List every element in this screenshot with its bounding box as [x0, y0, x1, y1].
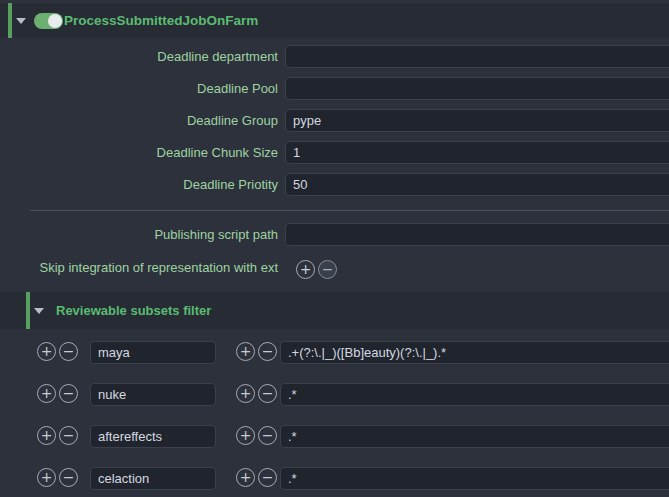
remove-value-button[interactable]: −: [258, 468, 277, 487]
label-deadline-chunk-size: Deadline Chunk Size: [0, 144, 278, 161]
filter-section-header: Reviewable subsets filter: [0, 292, 669, 329]
header-accent-bar: [8, 3, 12, 38]
section-accent-bar: [26, 292, 30, 329]
label-deadline-priority: Deadline Priotity: [0, 176, 278, 193]
label-deadline-group: Deadline Group: [0, 112, 278, 129]
remove-value-button[interactable]: −: [258, 426, 277, 445]
label-deadline-department: Deadline department: [0, 48, 278, 65]
input-deadline-chunk-size[interactable]: [285, 141, 669, 164]
remove-key-button[interactable]: −: [59, 426, 78, 445]
toggle-knob-icon: [48, 14, 62, 28]
filter-key-input-nuke[interactable]: [90, 383, 216, 406]
remove-ext-button[interactable]: −: [318, 260, 337, 279]
input-deadline-priority[interactable]: [285, 173, 669, 196]
chevron-down-icon[interactable]: [34, 308, 44, 314]
label-skip-integration: Skip integration of representation with …: [0, 259, 278, 276]
add-value-button[interactable]: +: [236, 384, 255, 403]
input-deadline-pool[interactable]: [285, 77, 669, 100]
section-divider: [30, 210, 669, 211]
filter-value-input-aftereffects[interactable]: [280, 425, 669, 448]
input-deadline-group[interactable]: [285, 109, 669, 132]
filter-key-input-aftereffects[interactable]: [90, 425, 216, 448]
remove-key-button[interactable]: −: [59, 468, 78, 487]
filter-value-input-maya[interactable]: [280, 341, 669, 364]
remove-value-button[interactable]: −: [258, 384, 277, 403]
add-value-button[interactable]: +: [236, 426, 255, 445]
chevron-down-icon[interactable]: [16, 18, 26, 24]
add-key-button[interactable]: +: [37, 468, 56, 487]
add-key-button[interactable]: +: [37, 426, 56, 445]
remove-key-button[interactable]: −: [59, 342, 78, 361]
enabled-toggle[interactable]: [34, 13, 63, 29]
filter-key-input-celaction[interactable]: [90, 467, 216, 490]
remove-key-button[interactable]: −: [59, 384, 78, 403]
plugin-header: ProcessSubmittedJobOnFarm: [0, 3, 669, 38]
filter-section-title: Reviewable subsets filter: [56, 293, 211, 328]
label-publishing-script-path: Publishing script path: [0, 226, 278, 243]
input-deadline-department[interactable]: [285, 45, 669, 68]
add-key-button[interactable]: +: [37, 384, 56, 403]
plugin-title: ProcessSubmittedJobOnFarm: [64, 3, 258, 38]
filter-value-input-nuke[interactable]: [280, 383, 669, 406]
label-deadline-pool: Deadline Pool: [0, 80, 278, 97]
add-value-button[interactable]: +: [236, 342, 255, 361]
add-key-button[interactable]: +: [37, 342, 56, 361]
add-ext-button[interactable]: +: [296, 260, 315, 279]
input-publishing-script-path[interactable]: [285, 223, 669, 246]
filter-key-input-maya[interactable]: [90, 341, 216, 364]
add-value-button[interactable]: +: [236, 468, 255, 487]
remove-value-button[interactable]: −: [258, 342, 277, 361]
filter-value-input-celaction[interactable]: [280, 467, 669, 490]
